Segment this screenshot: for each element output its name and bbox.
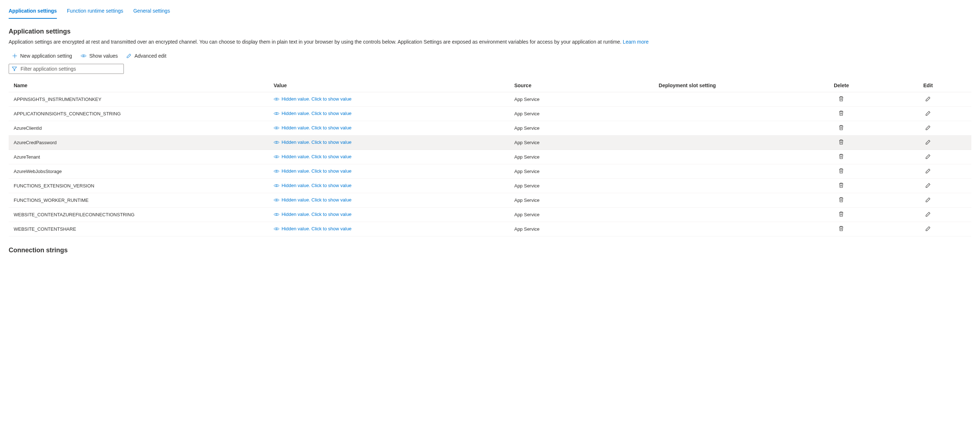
section-description-text: Application settings are encrypted at re…	[9, 39, 623, 45]
edit-button[interactable]	[924, 96, 931, 104]
table-row: AzureCredPasswordHidden value. Click to …	[9, 136, 971, 150]
col-header-value[interactable]: Value	[269, 79, 509, 92]
delete-button[interactable]	[838, 196, 845, 204]
edit-cell	[885, 193, 971, 208]
setting-source: App Service	[509, 107, 654, 121]
delete-button[interactable]	[838, 225, 845, 233]
table-row: FUNCTIONS_EXTENSION_VERSIONHidden value.…	[9, 179, 971, 193]
filter-box[interactable]	[9, 64, 124, 74]
setting-slot	[654, 222, 798, 236]
setting-slot	[654, 121, 798, 136]
setting-name[interactable]: AzureClientId	[9, 121, 269, 136]
show-values-label: Show values	[89, 53, 118, 59]
setting-name[interactable]: FUNCTIONS_WORKER_RUNTIME	[9, 193, 269, 208]
delete-button[interactable]	[838, 95, 845, 104]
delete-button[interactable]	[838, 167, 845, 176]
hidden-value-toggle[interactable]: Hidden value. Click to show value	[274, 96, 352, 102]
delete-button[interactable]	[838, 153, 845, 161]
hidden-value-toggle[interactable]: Hidden value. Click to show value	[274, 168, 352, 174]
eye-icon	[274, 169, 279, 173]
advanced-edit-button[interactable]: Advanced edit	[126, 51, 167, 60]
trash-icon	[838, 211, 844, 218]
setting-name[interactable]: APPINSIGHTS_INSTRUMENTATIONKEY	[9, 92, 269, 107]
pencil-icon	[925, 125, 931, 132]
edit-button[interactable]	[924, 153, 931, 161]
hidden-value-toggle[interactable]: Hidden value. Click to show value	[274, 183, 352, 188]
table-row: WEBSITE_CONTENTSHAREHidden value. Click …	[9, 222, 971, 236]
setting-value-cell: Hidden value. Click to show value	[269, 193, 509, 208]
trash-icon	[838, 96, 844, 103]
delete-button[interactable]	[838, 124, 845, 132]
hidden-value-text: Hidden value. Click to show value	[282, 154, 352, 159]
setting-value-cell: Hidden value. Click to show value	[269, 179, 509, 193]
setting-name[interactable]: FUNCTIONS_EXTENSION_VERSION	[9, 179, 269, 193]
edit-button[interactable]	[924, 182, 931, 190]
delete-cell	[798, 193, 885, 208]
setting-name[interactable]: WEBSITE_CONTENTSHARE	[9, 222, 269, 236]
delete-cell	[798, 136, 885, 150]
setting-source: App Service	[509, 222, 654, 236]
hidden-value-toggle[interactable]: Hidden value. Click to show value	[274, 226, 352, 231]
pencil-icon	[126, 53, 131, 58]
setting-name[interactable]: AzureTenant	[9, 150, 269, 164]
delete-button[interactable]	[838, 139, 845, 147]
toolbar: New application setting Show values Adva…	[11, 51, 971, 60]
trash-icon	[838, 153, 844, 160]
setting-name[interactable]: APPLICATIONINSIGHTS_CONNECTION_STRING	[9, 107, 269, 121]
edit-button[interactable]	[924, 139, 931, 147]
delete-button[interactable]	[838, 110, 845, 118]
col-header-source[interactable]: Source	[509, 79, 654, 92]
setting-slot	[654, 179, 798, 193]
hidden-value-text: Hidden value. Click to show value	[282, 96, 352, 102]
hidden-value-text: Hidden value. Click to show value	[282, 168, 352, 174]
connection-strings-heading: Connection strings	[9, 246, 971, 254]
table-row: AzureWebJobsStorageHidden value. Click t…	[9, 164, 971, 179]
setting-name[interactable]: AzureCredPassword	[9, 136, 269, 150]
col-header-slot[interactable]: Deployment slot setting	[654, 79, 798, 92]
table-row: AzureClientIdHidden value. Click to show…	[9, 121, 971, 136]
svg-point-21	[276, 185, 277, 186]
setting-name[interactable]: AzureWebJobsStorage	[9, 164, 269, 179]
hidden-value-toggle[interactable]: Hidden value. Click to show value	[274, 212, 352, 217]
trash-icon	[838, 139, 844, 146]
new-application-setting-button[interactable]: New application setting	[11, 51, 73, 60]
tab-application-settings[interactable]: Application settings	[9, 4, 57, 19]
svg-point-6	[276, 113, 277, 114]
filter-icon	[12, 66, 17, 71]
edit-cell	[885, 136, 971, 150]
eye-icon	[274, 126, 279, 130]
hidden-value-toggle[interactable]: Hidden value. Click to show value	[274, 125, 352, 131]
edit-button[interactable]	[924, 211, 931, 219]
trash-icon	[838, 182, 844, 189]
show-values-button[interactable]: Show values	[80, 51, 118, 60]
hidden-value-toggle[interactable]: Hidden value. Click to show value	[274, 197, 352, 203]
setting-source: App Service	[509, 208, 654, 222]
setting-slot	[654, 92, 798, 107]
section-description: Application settings are encrypted at re…	[9, 38, 971, 46]
hidden-value-toggle[interactable]: Hidden value. Click to show value	[274, 139, 352, 145]
setting-value-cell: Hidden value. Click to show value	[269, 208, 509, 222]
delete-button[interactable]	[838, 211, 845, 219]
setting-name[interactable]: WEBSITE_CONTENTAZUREFILECONNECTIONSTRING	[9, 208, 269, 222]
edit-button[interactable]	[924, 125, 931, 132]
learn-more-link[interactable]: Learn more	[623, 39, 649, 45]
setting-slot	[654, 193, 798, 208]
edit-button[interactable]	[924, 225, 931, 233]
tab-function-runtime-settings[interactable]: Function runtime settings	[67, 4, 123, 19]
setting-value-cell: Hidden value. Click to show value	[269, 107, 509, 121]
table-row: AzureTenantHidden value. Click to show v…	[9, 150, 971, 164]
edit-button[interactable]	[924, 168, 931, 176]
pencil-icon	[925, 212, 931, 218]
hidden-value-toggle[interactable]: Hidden value. Click to show value	[274, 111, 352, 116]
edit-button[interactable]	[924, 196, 931, 204]
edit-cell	[885, 92, 971, 107]
table-row: APPLICATIONINSIGHTS_CONNECTION_STRINGHid…	[9, 107, 971, 121]
advanced-edit-label: Advanced edit	[134, 53, 166, 59]
tab-general-settings[interactable]: General settings	[133, 4, 170, 19]
svg-point-9	[276, 127, 277, 129]
delete-button[interactable]	[838, 182, 845, 190]
col-header-name[interactable]: Name	[9, 79, 269, 92]
hidden-value-toggle[interactable]: Hidden value. Click to show value	[274, 154, 352, 159]
edit-button[interactable]	[924, 110, 931, 118]
filter-input[interactable]	[20, 65, 121, 72]
